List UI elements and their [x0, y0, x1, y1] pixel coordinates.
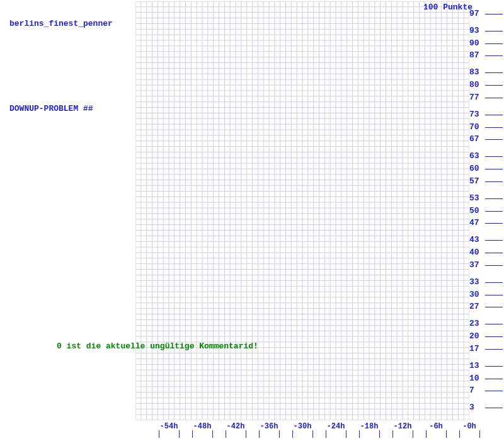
- y-tick-label: 13: [469, 361, 479, 370]
- footer-message: 0 ist die aktuelle ungültige Kommentarid…: [57, 341, 258, 351]
- y-tick-mark: [485, 391, 503, 391]
- problem-label: DOWNUP-PROBLEM ##: [9, 104, 93, 113]
- y-tick-label: 83: [469, 67, 479, 77]
- y-tick-label: 37: [469, 260, 479, 270]
- y-tick-label: 7: [469, 386, 474, 395]
- x-tick-label: -12h: [394, 422, 412, 431]
- x-tick-mark: [312, 430, 313, 438]
- y-tick-label: 87: [469, 50, 479, 60]
- x-tick-label: -48h: [193, 422, 212, 431]
- y-tick-mark: [485, 265, 503, 266]
- y-tick-label: 47: [469, 218, 479, 227]
- y-tick-mark: [485, 282, 503, 283]
- x-tick-label: -6h: [429, 422, 443, 431]
- x-tick-mark: [159, 430, 159, 438]
- y-tick-mark: [485, 14, 503, 14]
- x-tick-mark: [413, 430, 413, 438]
- y-tick-mark: [485, 307, 503, 307]
- x-tick-mark: [179, 430, 180, 438]
- y-tick-label: 53: [469, 193, 479, 203]
- y-tick-mark: [485, 253, 503, 253]
- y-tick-label: 70: [469, 122, 479, 132]
- y-tick-label: 50: [469, 206, 479, 215]
- x-tick-mark: [392, 430, 393, 438]
- y-tick-label: 27: [469, 302, 479, 311]
- y-tick-label: 73: [469, 110, 479, 119]
- y-tick-mark: [485, 336, 503, 337]
- y-tick-mark: [485, 198, 503, 199]
- y-tick-label: 43: [469, 235, 479, 244]
- y-tick-mark: [485, 240, 503, 241]
- x-tick-mark: [346, 430, 346, 438]
- y-tick-label: 67: [469, 134, 479, 144]
- x-tick-label: -42h: [227, 422, 245, 431]
- chart-grid: [135, 1, 469, 420]
- y-tick-label: 90: [469, 38, 479, 48]
- user-label: berlins_finest_penner: [9, 19, 113, 28]
- x-tick-label: -54h: [160, 422, 178, 431]
- y-tick-label: 33: [469, 277, 479, 287]
- y-tick-mark: [485, 98, 503, 98]
- x-tick-mark: [426, 430, 427, 438]
- x-tick-mark: [212, 430, 213, 438]
- y-tick-mark: [485, 31, 503, 32]
- y-tick-label: 57: [469, 176, 479, 186]
- y-tick-label: 63: [469, 151, 479, 161]
- x-tick-mark: [246, 430, 246, 438]
- y-tick-label: 40: [469, 248, 479, 257]
- x-tick-mark: [192, 430, 193, 438]
- y-tick-label: 97: [469, 9, 479, 18]
- y-tick-mark: [485, 115, 503, 115]
- x-tick-label: -0h: [462, 422, 476, 431]
- x-tick-mark: [259, 430, 260, 438]
- y-tick-label: 17: [469, 344, 479, 353]
- x-tick-label: -24h: [327, 422, 345, 431]
- y-tick-label: 23: [469, 319, 479, 328]
- x-tick-label: -36h: [260, 422, 278, 431]
- x-tick-mark: [459, 430, 460, 438]
- x-tick-label: -18h: [360, 422, 379, 431]
- y-tick-mark: [485, 324, 503, 324]
- y-tick-mark: [485, 156, 503, 157]
- y-tick-label: 30: [469, 290, 479, 299]
- y-tick-mark: [485, 139, 503, 140]
- y-tick-label: 80: [469, 80, 479, 89]
- y-tick-label: 3: [469, 403, 474, 412]
- x-tick-mark: [446, 430, 447, 438]
- y-tick-mark: [485, 366, 503, 367]
- x-tick-mark: [359, 430, 360, 438]
- y-axis-title: 100 Punkte: [423, 3, 472, 12]
- y-tick-label: 93: [469, 26, 479, 35]
- x-tick-mark: [292, 430, 293, 438]
- y-tick-mark: [485, 379, 503, 379]
- y-tick-mark: [485, 169, 503, 169]
- y-tick-mark: [485, 85, 503, 86]
- y-tick-mark: [485, 55, 503, 56]
- x-tick-mark: [379, 430, 380, 438]
- y-tick-label: 10: [469, 374, 479, 383]
- x-tick-mark: [326, 430, 326, 438]
- y-tick-mark: [485, 181, 503, 182]
- x-tick-label: -30h: [294, 422, 312, 431]
- y-tick-label: 77: [469, 93, 479, 102]
- y-tick-mark: [485, 223, 503, 224]
- y-tick-mark: [485, 295, 503, 295]
- x-tick-mark: [279, 430, 280, 438]
- y-tick-mark: [485, 127, 503, 128]
- y-tick-label: 20: [469, 331, 479, 341]
- y-tick-mark: [485, 349, 503, 350]
- y-tick-mark: [485, 408, 503, 408]
- y-tick-mark: [485, 43, 503, 44]
- x-tick-mark: [479, 430, 480, 438]
- x-tick-mark: [226, 430, 226, 438]
- y-tick-mark: [485, 72, 503, 73]
- y-tick-mark: [485, 211, 503, 212]
- y-tick-label: 60: [469, 164, 479, 173]
